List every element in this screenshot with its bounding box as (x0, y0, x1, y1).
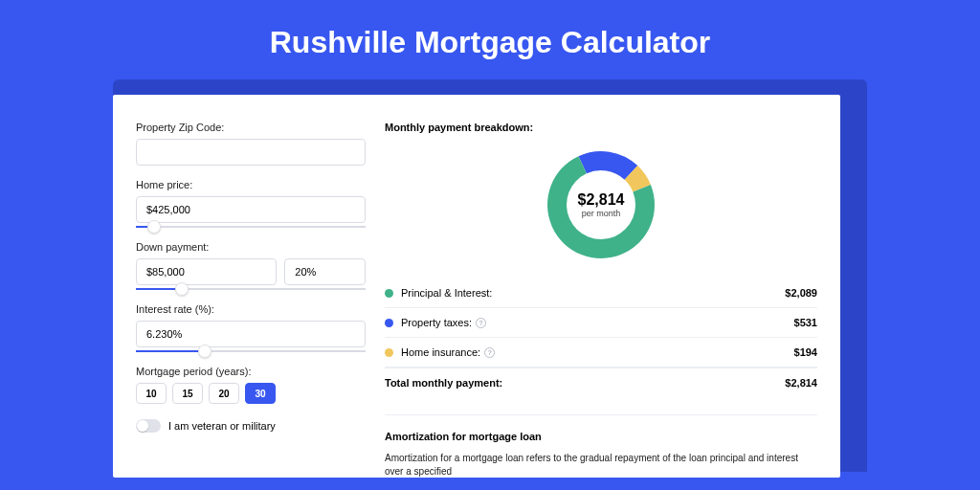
breakdown-label-text: Home insurance: (401, 346, 480, 358)
breakdown-amount: $531 (794, 317, 817, 328)
interest-rate-label: Interest rate (%): (136, 303, 366, 315)
home-price-slider[interactable] (136, 226, 366, 228)
breakdown-row: Property taxes:?$531 (385, 308, 817, 338)
amortization-section: Amortization for mortgage loan Amortizat… (385, 414, 817, 478)
breakdown-label: Home insurance:? (401, 346, 794, 358)
breakdown-column: Monthly payment breakdown: $2,814 per mo… (385, 122, 817, 478)
period-button-30[interactable]: 30 (245, 383, 276, 404)
info-icon[interactable]: ? (484, 347, 495, 358)
breakdown-label-text: Principal & Interest: (401, 287, 492, 299)
total-amount: $2,814 (785, 377, 817, 389)
period-button-20[interactable]: 20 (209, 383, 239, 404)
interest-rate-slider-thumb[interactable] (198, 345, 212, 358)
interest-rate-input[interactable] (136, 321, 366, 347)
veteran-toggle[interactable] (136, 419, 161, 433)
legend-dot-blue (385, 319, 393, 327)
period-button-10[interactable]: 10 (136, 383, 167, 404)
down-payment-slider-thumb[interactable] (175, 282, 189, 296)
interest-rate-slider[interactable] (136, 350, 366, 352)
mortgage-period-label: Mortgage period (years): (136, 366, 366, 377)
breakdown-label: Principal & Interest: (401, 287, 785, 299)
down-payment-field-wrap: Down payment: (136, 241, 366, 290)
zip-input[interactable] (136, 139, 366, 166)
mortgage-period-field-wrap: Mortgage period (years): 10152030 (136, 366, 366, 404)
period-button-15[interactable]: 15 (172, 383, 203, 404)
legend-dot-green (385, 289, 393, 298)
breakdown-amount: $194 (794, 346, 817, 358)
veteran-toggle-row: I am veteran or military (136, 419, 366, 433)
form-column: Property Zip Code: Home price: Down paym… (136, 122, 366, 478)
home-price-field-wrap: Home price: (136, 179, 366, 228)
total-row: Total monthly payment: $2,814 (385, 368, 817, 397)
home-price-input[interactable] (136, 196, 366, 223)
home-price-slider-thumb[interactable] (147, 220, 161, 234)
breakdown-heading: Monthly payment breakdown: (385, 122, 817, 133)
interest-rate-field-wrap: Interest rate (%): (136, 303, 366, 352)
total-label: Total monthly payment: (385, 377, 785, 389)
amortization-body: Amortization for a mortgage loan refers … (385, 452, 817, 478)
down-payment-label: Down payment: (136, 241, 366, 253)
donut-value: $2,814 (578, 191, 625, 209)
breakdown-label-text: Property taxes: (401, 317, 472, 328)
page-title: Rushville Mortgage Calculator (0, 0, 980, 79)
donut-chart-wrap: $2,814 per month (385, 148, 817, 261)
amortization-heading: Amortization for mortgage loan (385, 431, 817, 442)
breakdown-label: Property taxes:? (401, 317, 794, 328)
donut-sub: per month (582, 209, 621, 218)
donut-chart: $2,814 per month (545, 148, 657, 261)
home-price-label: Home price: (136, 179, 366, 190)
calculator-card: Property Zip Code: Home price: Down paym… (113, 95, 840, 478)
info-icon[interactable]: ? (476, 318, 486, 328)
down-payment-slider[interactable] (136, 288, 366, 290)
zip-field-wrap: Property Zip Code: (136, 122, 366, 166)
zip-label: Property Zip Code: (136, 122, 366, 133)
veteran-label: I am veteran or military (168, 420, 276, 432)
breakdown-row: Home insurance:?$194 (385, 338, 817, 368)
legend-dot-yellow (385, 348, 393, 357)
down-payment-percent-input[interactable] (284, 258, 366, 285)
breakdown-amount: $2,089 (785, 287, 817, 299)
down-payment-amount-input[interactable] (136, 258, 277, 285)
breakdown-row: Principal & Interest:$2,089 (385, 278, 817, 308)
